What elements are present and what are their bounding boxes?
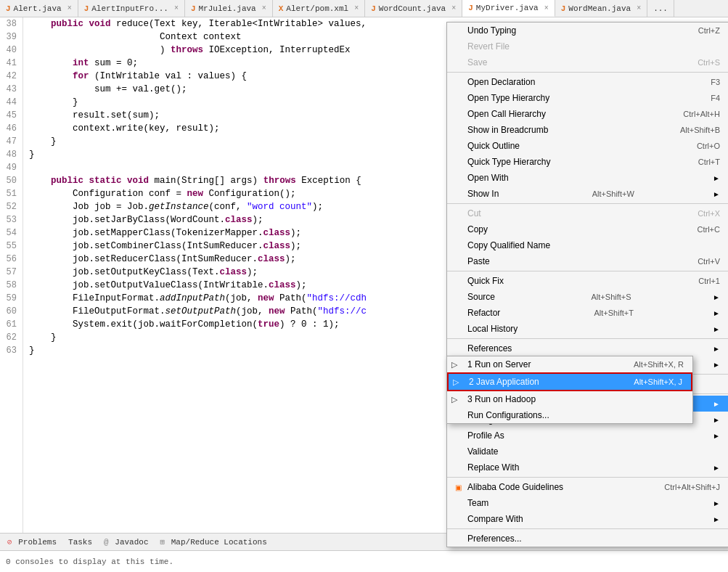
submenu-java-application[interactable]: ▷ 2 Java Application Alt+Shift+X, J — [447, 372, 692, 391]
tab-problems[interactable]: ⊘ Problems — [4, 536, 60, 548]
menu-item-preferences[interactable]: Preferences... — [447, 531, 728, 547]
profile-as-label: Profile As — [467, 430, 504, 441]
menu-item-quick-fix[interactable]: Quick Fix Ctrl+1 — [447, 273, 728, 289]
java-application-label: 2 Java Application — [469, 377, 539, 387]
tab-pom-xml[interactable]: X Alert/pom.xml × — [273, 0, 365, 17]
menu-item-profile-as[interactable]: Profile As ► — [447, 428, 728, 444]
tab-label: AlertInputFro... — [91, 4, 168, 13]
cut-shortcut: Ctrl+X — [683, 209, 720, 218]
paste-label: Paste — [467, 256, 490, 266]
open-declaration-label: Open Declaration — [467, 77, 535, 87]
submenu-arrow: ► — [713, 432, 720, 440]
run-as-submenu: ▷ 1 Run on Server Alt+Shift+X, R ▷ 2 Jav… — [446, 356, 693, 424]
menu-item-paste[interactable]: Paste Ctrl+V — [447, 253, 728, 269]
menu-item-save[interactable]: Save Ctrl+S — [447, 54, 728, 70]
menu-item-open-with[interactable]: Open With ► — [447, 170, 728, 186]
tab-alert-java[interactable]: J Alert.java × — [0, 0, 78, 17]
cut-label: Cut — [467, 208, 481, 218]
refactor-shortcut: Alt+Shift+T — [580, 309, 634, 317]
menu-item-open-type-hierarchy[interactable]: Open Type Hierarchy F4 — [447, 90, 728, 106]
close-icon[interactable]: × — [544, 4, 549, 12]
submenu-arrow: ► — [713, 293, 720, 301]
server-run-icon: ▷ — [451, 360, 465, 369]
menu-item-references[interactable]: References ► — [447, 340, 728, 356]
alibaba-label: Alibaba Code Guidelines — [467, 482, 563, 492]
mapreduce-icon: ⊞ — [160, 538, 165, 547]
run-server-label: 1 Run on Server — [467, 359, 531, 369]
alibaba-icon: ▣ — [451, 483, 465, 491]
menu-item-copy-qualified[interactable]: Copy Qualified Name — [447, 237, 728, 253]
copy-shortcut: Ctrl+C — [683, 225, 720, 234]
tab-mydriver[interactable]: J MyDriver.java × — [462, 0, 555, 17]
tab-javadoc[interactable]: @ Javadoc — [101, 536, 151, 548]
close-icon[interactable]: × — [174, 4, 179, 12]
menu-item-open-declaration[interactable]: Open Declaration F3 — [447, 74, 728, 90]
submenu-arrow: ► — [713, 416, 720, 424]
close-icon[interactable]: × — [637, 4, 641, 12]
submenu-arrow: ► — [713, 464, 720, 472]
tab-tasks[interactable]: Tasks — [65, 536, 95, 548]
menu-item-show-breadcrumb[interactable]: Show in Breadcrumb Alt+Shift+B — [447, 122, 728, 138]
menu-item-quick-outline[interactable]: Quick Outline Ctrl+O — [447, 138, 728, 154]
menu-item-open-call-hierarchy[interactable]: Open Call Hierarchy Ctrl+Alt+H — [447, 106, 728, 122]
tab-label: WordCount.java — [379, 4, 446, 13]
run-hadoop-label: 3 Run on Hadoop — [467, 394, 536, 404]
submenu-arrow: ► — [713, 174, 720, 182]
tab-mapreduce[interactable]: ⊞ Map/Reduce Locations — [158, 536, 270, 548]
menu-item-validate[interactable]: Validate — [447, 444, 728, 459]
tab-wordcount[interactable]: J WordCount.java × — [365, 0, 462, 17]
menu-item-refactor[interactable]: Refactor Alt+Shift+T ► — [447, 305, 728, 321]
open-with-label: Open With — [467, 173, 509, 183]
menu-item-replace-with[interactable]: Replace With ► — [447, 459, 728, 475]
java-icon: J — [561, 4, 566, 13]
menu-item-cut[interactable]: Cut Ctrl+X — [447, 205, 728, 221]
refactor-label: Refactor — [467, 308, 500, 318]
tab-alertinputfro[interactable]: J AlertInputFro... × — [78, 0, 185, 17]
submenu-arrow: ► — [713, 499, 720, 507]
close-icon[interactable]: × — [262, 4, 266, 12]
separator-2 — [447, 203, 728, 204]
menu-item-local-history[interactable]: Local History ► — [447, 321, 728, 337]
menu-item-revert[interactable]: Revert File — [447, 38, 728, 54]
submenu-arrow: ► — [713, 361, 720, 369]
menu-item-copy[interactable]: Copy Ctrl+C — [447, 221, 728, 237]
close-icon[interactable]: × — [451, 4, 456, 12]
run-configs-label: Run Configurations... — [467, 410, 549, 420]
source-label: Source — [467, 292, 495, 302]
copy-label: Copy — [467, 224, 488, 234]
java-icon: J — [191, 4, 196, 13]
submenu-run-server[interactable]: ▷ 1 Run on Server Alt+Shift+X, R — [447, 356, 692, 372]
alibaba-shortcut: Ctrl+Alt+Shift+J — [650, 483, 720, 491]
references-label: References — [467, 343, 512, 354]
show-breadcrumb-label: Show in Breadcrumb — [467, 125, 548, 135]
save-shortcut: Ctrl+S — [683, 58, 720, 67]
close-icon[interactable]: × — [354, 4, 359, 12]
menu-item-team[interactable]: Team ► — [447, 495, 728, 511]
menu-item-undo[interactable]: Undo Typing Ctrl+Z — [447, 23, 728, 38]
undo-shortcut: Ctrl+Z — [684, 26, 720, 35]
menu-item-alibaba[interactable]: ▣ Alibaba Code Guidelines Ctrl+Alt+Shift… — [447, 479, 728, 495]
separator-8 — [447, 528, 728, 529]
run-server-shortcut: Alt+Shift+X, R — [634, 360, 684, 369]
submenu-run-hadoop[interactable]: ▷ 3 Run on Hadoop — [447, 391, 692, 407]
menu-item-compare-with[interactable]: Compare With ► — [447, 511, 728, 527]
submenu-run-configs[interactable]: Run Configurations... — [447, 407, 692, 423]
menu-item-quick-type-hierarchy[interactable]: Quick Type Hierarchy Ctrl+T — [447, 154, 728, 170]
line-numbers: 38 39 40 41 42 43 44 45 46 47 48 49 50 5… — [0, 17, 23, 533]
tab-label: ... — [653, 4, 668, 13]
menu-item-source[interactable]: Source Alt+Shift+S ► — [447, 289, 728, 305]
tab-wordmean[interactable]: J WordMean.java × — [555, 0, 647, 17]
close-icon[interactable]: × — [68, 4, 72, 12]
quick-outline-label: Quick Outline — [467, 141, 520, 151]
menu-item-show-in[interactable]: Show In Alt+Shift+W ► — [447, 186, 728, 202]
open-declaration-shortcut: F3 — [696, 78, 720, 86]
tab-more[interactable]: ... — [647, 0, 674, 17]
show-in-label: Show In — [467, 189, 499, 199]
submenu-arrow: ► — [713, 190, 720, 198]
tab-label: WordMean.java — [568, 4, 631, 13]
separator-1 — [447, 72, 728, 73]
java-icon: J — [468, 4, 473, 12]
tab-label: MrJulei.java — [199, 4, 256, 13]
tab-mrjulei[interactable]: J MrJulei.java × — [185, 0, 273, 17]
separator-7 — [447, 477, 728, 478]
